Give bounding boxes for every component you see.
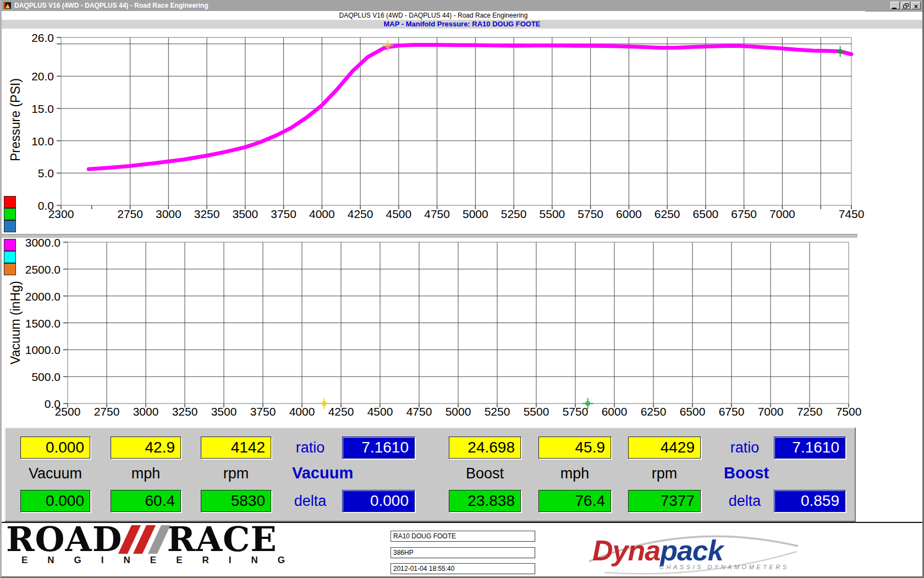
ratio-label-left: ratio <box>285 437 336 458</box>
mph-column-label-left: mph <box>111 465 181 482</box>
svg-text:6250: 6250 <box>641 405 667 418</box>
dynapack-tagline: CHASSIS DYNAMOMETERS <box>659 564 789 570</box>
app-window: DAQPLUS V16 (4WD - DAQPLUS 44) - Road Ra… <box>0 0 924 578</box>
svg-text:3750: 3750 <box>250 405 276 418</box>
svg-text:3250: 3250 <box>172 405 198 418</box>
readout-panel: 0.000 42.9 4142 ratio 7.1610 Vacuum mph … <box>4 427 856 522</box>
vacuum-group-label: Vacuum <box>292 464 353 482</box>
pressure-legend <box>4 196 16 232</box>
vacuum-value-b: 0.000 <box>20 490 90 512</box>
close-button[interactable]: × <box>911 2 921 9</box>
svg-text:0.0: 0.0 <box>45 397 61 410</box>
boost-value-a: 24.698 <box>449 437 521 459</box>
chart-title: MAP - Manifold Pressure: RA10 DOUG FOOTE <box>2 20 922 29</box>
svg-text:4750: 4750 <box>406 405 432 418</box>
pressure-axis-label: Pressure (PSI) <box>8 78 23 161</box>
svg-text:3500: 3500 <box>211 405 237 418</box>
minimize-button[interactable] <box>890 2 900 9</box>
svg-text:4500: 4500 <box>367 405 393 418</box>
svg-text:4250: 4250 <box>328 405 354 418</box>
svg-text:5750: 5750 <box>563 405 588 418</box>
svg-text:4750: 4750 <box>424 208 450 220</box>
svg-text:15.0: 15.0 <box>31 102 54 115</box>
ratio-value-right: 7.1610 <box>774 437 845 459</box>
mph-value-a: 42.9 <box>111 437 181 459</box>
minimize-icon <box>892 8 897 9</box>
svg-text:1000.0: 1000.0 <box>25 343 61 356</box>
vacuum-legend <box>4 239 16 275</box>
window-title: DAQPLUS V16 (4WD - DAQPLUS 44) - Road Ra… <box>14 2 208 9</box>
svg-text:6750: 6750 <box>719 405 745 418</box>
ratio-label-right: ratio <box>719 437 770 458</box>
app-icon <box>3 2 12 9</box>
svg-text:10.0: 10.0 <box>31 135 54 148</box>
vacuum-value-a: 0.000 <box>20 437 90 459</box>
boost-value-b: 23.838 <box>449 490 521 512</box>
run-power-field[interactable] <box>391 547 535 558</box>
svg-text:1500.0: 1500.0 <box>25 317 61 330</box>
ratio-value-left: 7.1610 <box>342 437 415 459</box>
vacuum-axis-label: Vacuum (inHg) <box>8 281 23 364</box>
legend-swatch-green <box>4 208 16 220</box>
svg-text:3000.0: 3000.0 <box>25 238 61 249</box>
boost-column-label: Boost <box>449 465 521 482</box>
footer: ROAD RACE ENGINEERING Dynapack CHASSIS D… <box>2 522 922 577</box>
svg-text:7250: 7250 <box>797 405 823 418</box>
delta-label-right: delta <box>719 490 770 511</box>
svg-text:5000: 5000 <box>463 208 488 220</box>
svg-text:7450: 7450 <box>839 208 865 220</box>
svg-text:6000: 6000 <box>616 208 642 220</box>
boost-group-label: Boost <box>724 464 769 482</box>
svg-text:20.0: 20.0 <box>31 70 54 83</box>
svg-text:4000: 4000 <box>289 405 315 418</box>
svg-text:3750: 3750 <box>271 208 296 220</box>
restore-icon <box>903 3 909 8</box>
mph-column-label-right: mph <box>538 465 611 482</box>
svg-text:2000.0: 2000.0 <box>25 290 61 303</box>
svg-text:3000: 3000 <box>156 208 182 220</box>
svg-text:500.0: 500.0 <box>31 370 61 383</box>
legend-swatch-cyan <box>4 251 16 263</box>
svg-text:5500: 5500 <box>524 405 549 418</box>
rpm-value-b: 5830 <box>201 490 271 512</box>
svg-text:7500: 7500 <box>836 405 862 418</box>
svg-text:3250: 3250 <box>194 208 220 220</box>
vacuum-column-label: Vacuum <box>20 465 90 482</box>
delta-value-left: 0.000 <box>342 490 415 512</box>
pressure-chart[interactable]: 2300275030003250350037504000425045004750… <box>2 29 924 231</box>
svg-text:5250: 5250 <box>501 208 527 220</box>
svg-text:5500: 5500 <box>540 208 565 220</box>
svg-text:4000: 4000 <box>309 208 335 220</box>
mph-value-d: 76.4 <box>538 490 611 512</box>
legend-swatch-blue <box>4 220 16 232</box>
vacuum-chart[interactable]: 2500275030003250350037504000425045004750… <box>2 238 924 423</box>
mph-value-c: 45.9 <box>538 437 611 459</box>
svg-text:5000: 5000 <box>446 405 471 418</box>
svg-text:5750: 5750 <box>578 208 603 220</box>
svg-text:2750: 2750 <box>94 405 120 418</box>
close-icon: × <box>914 3 918 10</box>
titlebar[interactable]: DAQPLUS V16 (4WD - DAQPLUS 44) - Road Ra… <box>2 0 922 12</box>
brand-word-race: RACE <box>167 524 277 555</box>
svg-text:2750: 2750 <box>117 208 143 220</box>
brand-word-road: ROAD <box>6 524 122 555</box>
restore-button[interactable] <box>901 2 910 9</box>
rpm-value-c: 4429 <box>628 437 701 459</box>
svg-text:0.0: 0.0 <box>38 199 54 212</box>
report-title: DAQPLUS V16 (4WD - DAQPLUS 44) - Road Ra… <box>2 11 865 20</box>
svg-text:2500.0: 2500.0 <box>25 263 61 276</box>
run-timestamp-field[interactable] <box>391 563 535 574</box>
svg-text:7000: 7000 <box>769 208 795 220</box>
brand-engineering-text: ENGINEERING <box>21 555 305 566</box>
rpm-value-d: 7377 <box>628 490 701 512</box>
svg-text:3500: 3500 <box>232 208 258 220</box>
legend-swatch-red <box>4 196 16 208</box>
svg-text:26.0: 26.0 <box>31 31 54 44</box>
mph-value-b: 60.4 <box>111 490 181 512</box>
svg-text:7000: 7000 <box>758 405 784 418</box>
dynapack-wordmark: Dynapack <box>592 534 723 567</box>
svg-text:6000: 6000 <box>602 405 628 418</box>
svg-text:6250: 6250 <box>654 208 680 220</box>
run-name-field[interactable] <box>391 531 535 542</box>
svg-text:6750: 6750 <box>731 208 757 220</box>
